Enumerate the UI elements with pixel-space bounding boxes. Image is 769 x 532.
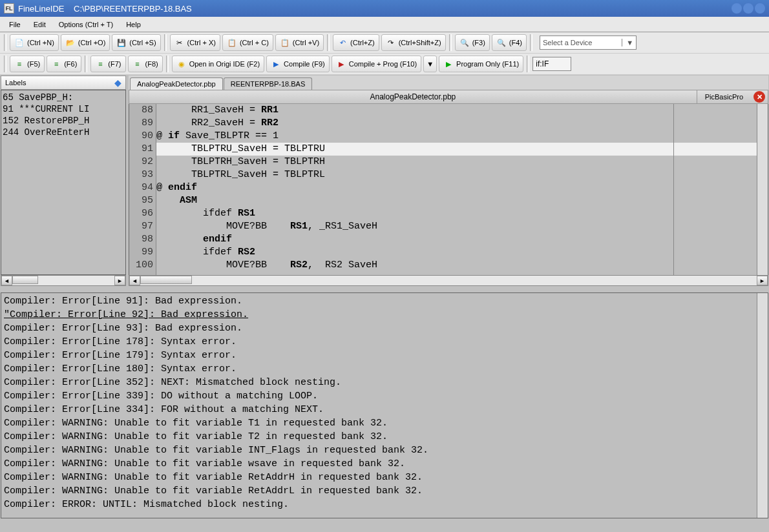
menu-file[interactable]: File [3,19,27,30]
cut-button[interactable]: ✂(Ctrl + X) [170,34,220,51]
label-item[interactable]: 65 SavePBP_H: [3,92,124,103]
device-text: Select a Device [543,39,592,46]
code-line[interactable]: TBLPTRL_SaveH = TBLPTRL [156,169,757,181]
menu-help[interactable]: Help [120,19,147,30]
menu-edit[interactable]: Edit [27,19,52,30]
tab-reenter[interactable]: REENTERPBP-18.BAS [224,77,313,90]
play-icon: ▶ [271,59,281,69]
f6-button[interactable]: ≡(F6) [47,56,81,72]
open-button[interactable]: 📂(Ctrl +O) [61,34,110,51]
copy-button[interactable]: 📋(Ctrl + C) [222,34,273,51]
menubar: File Edit Options (Ctrl + T) Help [0,17,769,32]
compile-label: Compile (F9) [284,60,325,68]
outdent-icon: ≡ [51,59,61,69]
scroll-thumb[interactable] [140,276,192,284]
scroll-left-icon[interactable]: ◄ [1,276,12,285]
cut-icon: ✂ [174,37,185,48]
code-line[interactable]: RR2_SaveH = RR2 [156,117,757,130]
play-red-icon: ▶ [336,59,346,69]
maximize-button[interactable] [743,3,753,14]
undo-button[interactable]: ↶(Ctrl+Z) [333,34,379,51]
code-line[interactable]: ASM [156,194,757,207]
f5-button[interactable]: ≡(F5) [10,56,45,72]
save-icon: 💾 [116,37,127,48]
app-icon: FL [4,3,14,14]
separator [4,56,6,72]
code-line[interactable]: ifdef RS2 [156,246,757,259]
code-line[interactable]: MOVE?BB RS2, RS2 SaveH [156,259,757,272]
f8-button[interactable]: ≡(F8) [128,56,163,72]
tab-analog[interactable]: AnalogPeakDetector.pbp [130,77,223,90]
editor-vscroll[interactable] [757,104,768,275]
labels-list[interactable]: 65 SavePBP_H: 91 ***CURRENT LI 152 Resto… [1,90,126,275]
save-button[interactable]: 💾(Ctrl +S) [112,34,160,51]
separator [4,34,6,51]
output-line: Compiler: WARNING: Unable to fit variabl… [4,471,765,484]
scroll-thumb[interactable] [12,276,38,284]
paste-button[interactable]: 📋(Ctrl +V) [275,34,324,51]
output-line: Compiler: Error[Line 180]: Syntax error. [4,362,765,376]
comment-icon: ≡ [95,59,105,69]
output-line: Compiler: WARNING: Unable to fit variabl… [4,484,765,498]
scroll-track[interactable] [140,276,757,285]
redo-button[interactable]: ↷(Ctrl+Shift+Z) [381,34,446,51]
findnext-button[interactable]: 🔍(F4) [492,34,527,51]
compile-button[interactable]: ▶Compile (F9) [266,56,330,72]
program-only-button[interactable]: ▶Program Only (F11) [439,56,523,72]
code-line[interactable]: TBLPTRH_SaveH = TBLPTRH [156,156,757,169]
code-line[interactable]: MOVE?BB RS1, _RS1_SaveH [156,220,757,233]
output-line: "Compiler: Error[Line 92]: Bad expressio… [4,308,765,322]
separator [327,34,330,51]
label-item[interactable]: 152 RestorePBP_H [3,115,124,127]
code-line[interactable]: RR1_SaveH = RR1 [156,104,757,117]
scroll-right-icon[interactable]: ► [114,276,125,285]
new-button[interactable]: 📄(Ctrl +N) [10,34,59,51]
indent-icon: ≡ [14,59,25,69]
scroll-left-icon[interactable]: ◄ [129,276,140,285]
code-line[interactable]: @ if Save_TBLPTR == 1 [156,130,757,143]
device-select[interactable]: Select a Device▼ [540,36,637,50]
titlebar: FL FineLineIDE C:\PBP\REENTERPBP-18.BAS [0,0,769,17]
find-label: (F3) [472,39,485,46]
linenum: 99 [129,246,153,259]
label-item[interactable]: 91 ***CURRENT LI [3,103,124,115]
labels-hscroll[interactable]: ◄ ► [1,275,126,286]
open-ide-button[interactable]: ◉Open in Origi IDE (F2) [172,56,264,72]
compile-prog-button[interactable]: ▶Compile + Prog (F10) [332,56,421,72]
f7-button[interactable]: ≡(F7) [90,56,125,72]
toolbar-row-1: 📄(Ctrl +N) 📂(Ctrl +O) 💾(Ctrl +S) ✂(Ctrl … [0,32,769,54]
minimize-button[interactable] [732,3,742,14]
code-line[interactable]: TBLPTRU_SaveH = TBLPTRU [156,143,757,156]
close-tab-button[interactable]: ✕ [753,91,765,103]
f7-label: (F7) [108,60,121,68]
target-icon: ◉ [176,59,187,69]
output-line: Compiler: Error[Line 178]: Syntax error. [4,335,765,349]
output-panel[interactable]: Compiler: Error[Line 91]: Bad expression… [1,292,768,518]
scroll-track[interactable] [12,276,114,285]
code-line[interactable]: ifdef RS1 [156,207,757,220]
code-lines[interactable]: RR1_SaveH = RR1 RR2_SaveH = RR2 @ if Sav… [156,104,757,275]
find-button[interactable]: 🔍(F3) [455,34,490,51]
file-path: C:\PBP\REENTERPBP-18.BAS [74,4,192,14]
dropdown-button[interactable]: ▼ [423,56,437,72]
copy-label: (Ctrl + C) [240,39,269,46]
output-line: Compiler: WARNING: Unable to fit variabl… [4,457,765,471]
linenum: 97 [129,220,153,233]
if-input[interactable]: if:IF [532,57,571,71]
code-line[interactable]: endif [156,233,757,246]
linenum: 94 [129,181,153,194]
close-button[interactable] [755,3,765,14]
menu-options[interactable]: Options (Ctrl + T) [52,19,120,30]
code-view[interactable]: 88 89 90 91 92 93 94 95 96 97 98 99 100 … [129,104,768,275]
label-item[interactable]: 244 OverReEnterH [3,127,124,138]
toolbar-row-2: ≡(F5) ≡(F6) ≡(F7) ≡(F8) ◉Open in Origi I… [0,54,769,75]
main-area: Labels ◆ 65 SavePBP_H: 91 ***CURRENT LI … [0,75,769,287]
editor-hscroll[interactable]: ◄ ► [129,275,768,286]
output-line: Compiler: WARNING: Unable to fit variabl… [4,444,765,457]
gutter: 88 89 90 91 92 93 94 95 96 97 98 99 100 [129,104,156,275]
scroll-right-icon[interactable]: ► [757,276,768,285]
splitter[interactable] [0,287,769,292]
labels-header[interactable]: Labels ◆ [1,76,126,90]
code-line[interactable]: @ endif [156,181,757,194]
output-vscroll[interactable] [757,293,768,518]
